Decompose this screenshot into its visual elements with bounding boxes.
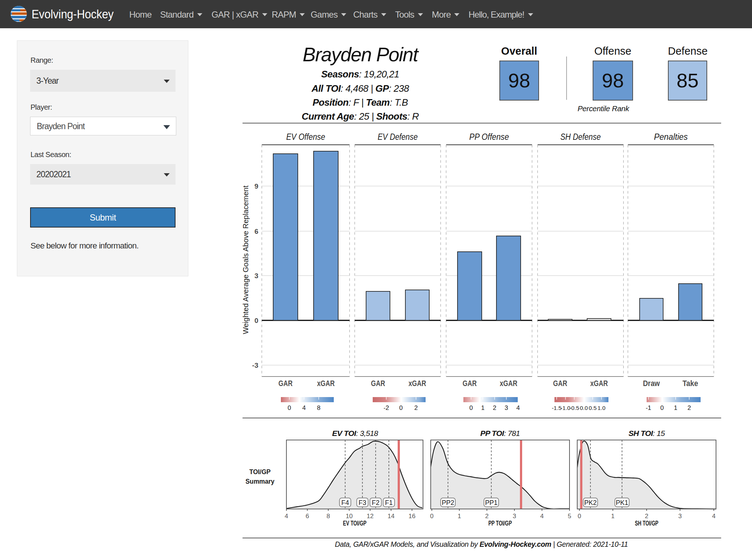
svg-text:Summary: Summary [246, 477, 275, 485]
svg-text:0: 0 [660, 404, 664, 411]
svg-text:F3: F3 [358, 499, 366, 506]
svg-text:9: 9 [254, 182, 258, 190]
svg-text:4: 4 [540, 513, 543, 520]
svg-text:EV TOI: 3,518: EV TOI: 3,518 [332, 429, 379, 437]
svg-text:2: 2 [485, 513, 488, 520]
svg-text:Data, GAR/xGAR Models, and Vis: Data, GAR/xGAR Models, and Visualization… [335, 540, 628, 548]
svg-text:1: 1 [458, 513, 461, 520]
svg-text:GAR: GAR [463, 379, 477, 388]
svg-text:5: 5 [568, 513, 571, 520]
svg-text:PP1: PP1 [485, 499, 498, 506]
svg-text:0: 0 [399, 404, 402, 411]
svg-text:Take: Take [683, 379, 698, 388]
svg-text:1.0: 1.0 [597, 405, 605, 411]
svg-text:0: 0 [254, 317, 258, 324]
svg-text:F1: F1 [385, 499, 393, 506]
svg-text:1: 1 [611, 513, 614, 520]
svg-text:0: 0 [578, 513, 581, 520]
svg-text:GAR: GAR [553, 379, 567, 388]
svg-text:TOI/GP: TOI/GP [249, 468, 271, 476]
svg-text:8: 8 [317, 404, 320, 411]
svg-text:F4: F4 [341, 499, 349, 506]
svg-text:xGAR: xGAR [500, 379, 517, 388]
svg-text:PP TOI: 781: PP TOI: 781 [480, 429, 520, 437]
svg-text:-0.5: -0.5 [570, 405, 579, 411]
svg-text:1: 1 [481, 404, 484, 411]
svg-text:0: 0 [288, 404, 291, 411]
svg-text:4: 4 [285, 513, 288, 520]
svg-text:1: 1 [674, 404, 677, 411]
svg-text:EV Defense: EV Defense [378, 132, 418, 142]
svg-text:0.0: 0.0 [580, 405, 588, 411]
svg-text:PP TOI/GP: PP TOI/GP [488, 520, 512, 527]
svg-text:0: 0 [430, 513, 433, 520]
svg-text:2: 2 [493, 404, 496, 411]
svg-text:3: 3 [513, 513, 516, 520]
svg-text:EV Offense: EV Offense [286, 132, 325, 142]
svg-text:2: 2 [645, 513, 648, 520]
svg-text:6: 6 [306, 513, 309, 520]
svg-text:14: 14 [388, 513, 395, 520]
svg-text:3: 3 [254, 272, 258, 280]
svg-text:4: 4 [302, 404, 306, 411]
svg-text:xGAR: xGAR [317, 379, 335, 388]
svg-text:PK2: PK2 [584, 499, 597, 506]
svg-text:6: 6 [254, 228, 258, 235]
svg-text:SH TOI: 15: SH TOI: 15 [629, 429, 665, 437]
svg-text:PP2: PP2 [442, 499, 454, 506]
svg-text:EV TOI/GP: EV TOI/GP [343, 520, 366, 527]
svg-text:4: 4 [516, 404, 520, 411]
svg-text:SH Defense: SH Defense [560, 132, 601, 142]
svg-text:GAR: GAR [371, 379, 385, 388]
svg-text:-1: -1 [646, 404, 651, 411]
svg-text:F2: F2 [372, 499, 379, 506]
svg-text:12: 12 [367, 513, 374, 520]
svg-text:16: 16 [409, 513, 416, 520]
svg-text:PP Offense: PP Offense [469, 132, 509, 142]
svg-text:0: 0 [469, 404, 473, 411]
svg-text:8: 8 [326, 513, 330, 520]
svg-text:Weighted Average Goals Above R: Weighted Average Goals Above Replacement [242, 185, 250, 334]
svg-text:Draw: Draw [643, 379, 660, 388]
svg-text:10: 10 [346, 513, 353, 520]
svg-text:4: 4 [712, 513, 715, 520]
svg-text:SH TOI/GP: SH TOI/GP [635, 520, 658, 527]
svg-text:-1.5: -1.5 [552, 405, 562, 411]
svg-text:2: 2 [414, 404, 417, 411]
svg-text:xGAR: xGAR [590, 379, 608, 388]
svg-text:Penalties: Penalties [654, 132, 688, 142]
svg-text:3: 3 [505, 404, 508, 411]
svg-text:GAR: GAR [278, 379, 293, 388]
svg-text:0.5: 0.5 [589, 405, 597, 411]
svg-text:2: 2 [687, 404, 691, 411]
svg-text:xGAR: xGAR [409, 379, 426, 388]
svg-text:-3: -3 [252, 361, 258, 369]
svg-text:-2: -2 [383, 404, 389, 411]
svg-text:PK1: PK1 [616, 499, 628, 506]
svg-text:3: 3 [678, 513, 682, 520]
